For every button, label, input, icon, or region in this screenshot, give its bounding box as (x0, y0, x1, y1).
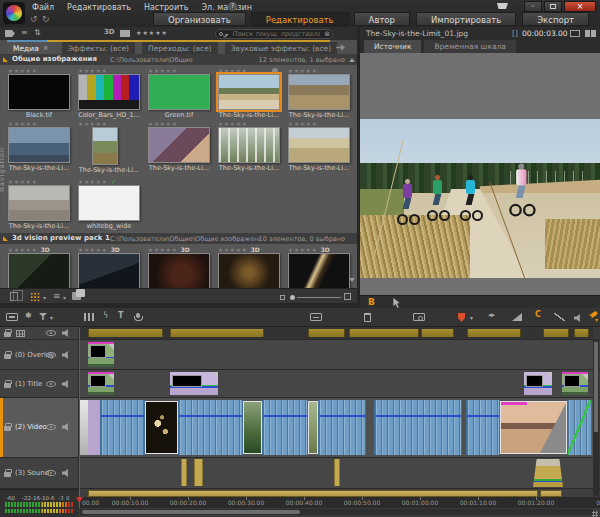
library-tab-3[interactable]: Звуковые эффекты: (все) (225, 42, 337, 54)
popout-icon[interactable] (336, 44, 345, 51)
scroll-down-icon[interactable] (349, 278, 355, 282)
track-header-video[interactable]: (2) Video (0, 398, 79, 457)
preview-tab-0[interactable]: Источник (364, 40, 421, 53)
snapshot-icon[interactable] (413, 313, 425, 321)
rating-stars[interactable]: ★★★★★ (8, 178, 70, 185)
list-view-icon[interactable]: ≡ (53, 291, 61, 301)
timeline-navigator[interactable] (80, 327, 593, 339)
thumbnail-Green.tif[interactable]: ★★★★★Green.tif (148, 67, 210, 119)
effects-bolt-icon[interactable]: ϟ (103, 311, 108, 320)
clip-tan[interactable] (194, 459, 203, 486)
minimize-button[interactable]: – (524, 1, 542, 12)
rating-stars[interactable]: ★★★★★ (78, 67, 140, 74)
lock-icon[interactable] (4, 332, 11, 337)
3d-filter-button[interactable]: 3D (104, 28, 115, 36)
gear-icon[interactable]: ✱ (25, 311, 32, 320)
thumbnail-3d-4[interactable]: ★★★★★3D (288, 246, 350, 288)
horizontal-scrollbar[interactable] (80, 509, 593, 515)
speaker-icon[interactable] (62, 380, 71, 388)
info-icon[interactable] (272, 68, 278, 74)
rating-stars[interactable]: ★★★★★ (148, 120, 210, 127)
track-content-title[interactable] (80, 370, 593, 397)
tag-icon[interactable] (5, 30, 15, 37)
volume-keyframe-icon[interactable] (554, 313, 565, 321)
thumbnail-The-Sky-is-the-Li...[interactable]: ★★★★★The-Sky-is-the-Li... (218, 120, 280, 174)
navigator-segment-4[interactable] (421, 329, 454, 337)
rating-stars[interactable]: ★★★★★✓ (78, 178, 140, 185)
rating-stars[interactable]: ★★★★★3D (148, 246, 210, 253)
speaker-icon[interactable] (62, 423, 71, 431)
thumbnail-The-Sky-is-the-Li...[interactable]: ★★★★★The-Sky-is-the-Li... (218, 67, 280, 119)
speaker-icon[interactable] (62, 469, 71, 477)
thumbnail-The-Sky-is-the-Li...[interactable]: ★★★★★The-Sky-is-the-Li... (288, 67, 350, 119)
rating-stars[interactable]: ★★★★★ (8, 67, 70, 74)
track-header-sound[interactable]: (3) Sound (0, 458, 79, 488)
cursor-tool-icon[interactable] (392, 298, 401, 308)
clip-landscape[interactable] (500, 401, 567, 454)
clip-fireworks[interactable] (145, 401, 178, 454)
clip-blue[interactable] (318, 400, 366, 455)
eye-icon[interactable] (46, 381, 56, 387)
rating-stars[interactable]: ★★★★★ (218, 67, 280, 74)
trash-icon[interactable] (364, 313, 371, 322)
clip-lav[interactable] (170, 372, 218, 395)
thumbnail-3d-0[interactable]: ★★★★★3D (8, 246, 70, 288)
eye-icon[interactable] (46, 470, 56, 476)
clip-lavs[interactable] (88, 400, 100, 455)
thumbnail-The-Sky-is-the-Li...[interactable]: ★★★★★The-Sky-is-the-Li... (8, 120, 70, 174)
clip-fade[interactable] (567, 400, 592, 455)
track-grid-icon[interactable] (16, 330, 25, 337)
mark-in-out-icon[interactable]: [] (512, 29, 518, 38)
eye-icon[interactable] (46, 352, 56, 358)
thumbnail-The-Sky-is-the-Li...[interactable]: ★★★★★The-Sky-is-the-Li... (78, 120, 140, 174)
sort-icon[interactable]: ⇅ (34, 28, 41, 37)
wrench-caret-icon[interactable]: ▾ (595, 316, 598, 323)
clip-blue[interactable] (178, 400, 243, 455)
maximize-button[interactable] (544, 1, 562, 12)
close-button[interactable]: × (564, 1, 596, 12)
search-input[interactable] (232, 30, 320, 38)
scrollbar-thumb[interactable] (82, 510, 300, 514)
library-tab-0[interactable]: Медиа× (7, 42, 55, 54)
section-header-3d-pack[interactable]: 3d vision preview pack 1 C:\Пользователи… (0, 233, 357, 244)
clip-green[interactable] (562, 372, 588, 395)
rating-stars[interactable]: ★★★★★3D (8, 246, 70, 253)
rating-stars[interactable]: ★★★★★ (8, 120, 70, 127)
scenes-icon[interactable] (72, 292, 81, 300)
speaker-icon[interactable] (62, 329, 71, 337)
clip-trees[interactable] (243, 401, 262, 454)
copy-icon[interactable] (10, 292, 18, 301)
playhead[interactable] (79, 327, 80, 508)
navigation-side-tab[interactable]: Navigation (0, 147, 6, 192)
rating-stars[interactable]: ★★★★★3D (288, 246, 350, 253)
thumbnail-3d-2[interactable]: ★★★★★3D (148, 246, 210, 288)
track-filter-icon[interactable] (39, 313, 47, 320)
film-icon[interactable] (120, 30, 130, 37)
navigator-segment-2[interactable] (308, 329, 345, 337)
dual-display-icon[interactable] (585, 30, 596, 37)
navigator-segment-6[interactable] (543, 329, 569, 337)
eye-icon[interactable] (46, 424, 56, 430)
thumbnail-The-Sky-is-the-Li...[interactable]: ★★★★★The-Sky-is-the-Li... (288, 120, 350, 174)
tab-close-icon[interactable]: × (43, 44, 49, 52)
clip-tan[interactable] (334, 459, 340, 486)
audio-overview-strip[interactable] (80, 489, 593, 497)
search-caret-icon[interactable]: ▾ (225, 31, 228, 38)
clip-tan[interactable] (181, 459, 187, 486)
right-tab-1[interactable]: Экспорт (522, 12, 589, 26)
clip-blue[interactable] (466, 400, 500, 455)
help-icon[interactable]: ? (228, 2, 237, 11)
razor-icon[interactable] (310, 313, 322, 321)
thumbnail-Color_Bars_HD_1...[interactable]: ★★★★★Color_Bars_HD_1... (78, 67, 140, 119)
clip-lav[interactable] (524, 372, 552, 395)
library-tab-1[interactable]: Эффекты: (все) (62, 42, 135, 54)
zoom-slider-handle[interactable] (290, 295, 295, 300)
clip-blue[interactable] (262, 400, 308, 455)
thumbnail-Black.tif[interactable]: ★★★★★Black.tif (8, 67, 70, 119)
rating-stars[interactable]: ★★★★★ (288, 67, 350, 74)
menu-item-0[interactable]: Файл (32, 3, 54, 12)
clip-white[interactable] (80, 400, 88, 455)
navigator-segment-1[interactable] (170, 329, 264, 337)
grid-view-caret-icon[interactable]: ▾ (43, 294, 46, 301)
mode-tab-2[interactable]: Автор (354, 12, 410, 26)
